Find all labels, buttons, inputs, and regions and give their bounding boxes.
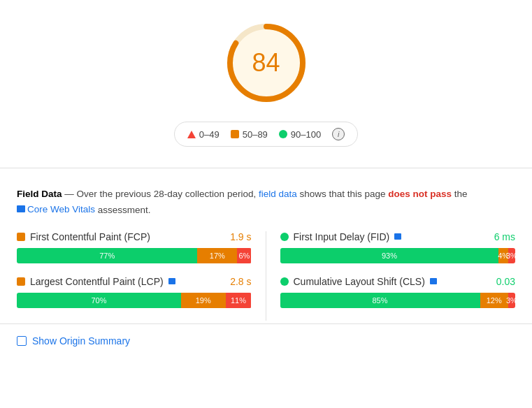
fid-seg-red: 3% (508, 248, 515, 263)
lcp-status-icon (17, 277, 25, 286)
legend: 0–49 50–89 90–100 i (174, 122, 358, 147)
lcp-flag-icon (168, 278, 175, 284)
metric-fcp: First Contentful Paint (FCP) 1.9 s 77% 1… (17, 231, 252, 263)
cls-progress-bar: 85% 12% 3% (280, 293, 516, 308)
pass-icon (279, 130, 287, 138)
lcp-progress-bar: 70% 19% 11% (17, 293, 252, 308)
metric-cls-title-group: Cumulative Layout Shift (CLS) (280, 276, 437, 287)
cls-seg-green: 85% (280, 293, 480, 308)
field-data-desc-end: the (452, 189, 468, 199)
average-icon (231, 130, 239, 138)
field-data-desc-mid: shows that this page (297, 189, 389, 199)
legend-item-pass: 90–100 (279, 129, 321, 140)
cls-status-icon (280, 277, 289, 286)
fcp-value: 1.9 s (230, 231, 251, 242)
score-section: 84 0–49 50–89 90–100 i (0, 0, 532, 161)
legend-item-average: 50–89 (231, 129, 268, 140)
fid-value: 6 ms (494, 231, 515, 242)
cls-flag-icon (430, 278, 437, 284)
fail-icon (187, 131, 196, 138)
metrics-right-column: First Input Delay (FID) 6 ms 93% 4% 3% C… (266, 231, 516, 321)
cls-title: Cumulative Layout Shift (CLS) (294, 276, 425, 287)
metrics-grid: First Contentful Paint (FCP) 1.9 s 77% 1… (17, 231, 515, 321)
metric-fid: First Input Delay (FID) 6 ms 93% 4% 3% (280, 231, 516, 263)
lcp-title: Largest Contentful Paint (LCP) (30, 276, 164, 287)
lcp-seg-green: 70% (17, 293, 181, 308)
field-data-section: Field Data — Over the previous 28-day co… (0, 175, 532, 321)
metric-cls-header: Cumulative Layout Shift (CLS) 0.03 (280, 276, 516, 287)
fid-title: First Input Delay (FID) (294, 231, 390, 242)
origin-summary-label: Show Origin Summary (32, 335, 130, 347)
cwv-text: Core Web Vitals (27, 202, 95, 217)
cwv-link[interactable]: Core Web Vitals (17, 202, 95, 217)
score-circle: 84 (224, 21, 308, 105)
origin-summary-section: Show Origin Summary (0, 323, 532, 358)
lcp-seg-orange: 19% (181, 293, 226, 308)
field-data-title: Field Data (17, 189, 62, 199)
legend-average-range: 50–89 (243, 129, 268, 140)
cls-value: 0.03 (496, 276, 515, 287)
fid-status-icon (280, 233, 289, 241)
metric-fcp-header: First Contentful Paint (FCP) 1.9 s (17, 231, 252, 242)
field-data-description: Field Data — Over the previous 28-day co… (17, 187, 515, 217)
legend-pass-range: 90–100 (291, 129, 321, 140)
fcp-seg-green: 77% (17, 248, 197, 263)
metric-lcp-header: Largest Contentful Paint (LCP) 2.8 s (17, 276, 252, 287)
fcp-seg-red: 6% (237, 248, 251, 263)
cls-seg-red: 3% (508, 293, 515, 308)
legend-fail-range: 0–49 (199, 129, 220, 140)
fid-flag-icon (394, 233, 401, 240)
field-data-fail: does not pass (388, 189, 452, 199)
metric-fcp-title-group: First Contentful Paint (FCP) (17, 231, 150, 242)
legend-info-button[interactable]: i (332, 128, 345, 140)
metric-fid-header: First Input Delay (FID) 6 ms (280, 231, 516, 242)
fcp-status-icon (17, 233, 25, 241)
metric-lcp: Largest Contentful Paint (LCP) 2.8 s 70%… (17, 276, 252, 308)
cwv-flag-icon (17, 205, 25, 212)
field-data-final: assessment. (95, 204, 151, 214)
origin-summary-checkbox (17, 336, 27, 346)
section-divider (0, 168, 532, 168)
show-origin-summary-button[interactable]: Show Origin Summary (17, 335, 130, 347)
fcp-title: First Contentful Paint (FCP) (30, 231, 150, 242)
fcp-progress-bar: 77% 17% 6% (17, 248, 252, 263)
field-data-desc-start: — Over the previous 28-day collection pe… (62, 189, 259, 199)
metric-cls: Cumulative Layout Shift (CLS) 0.03 85% 1… (280, 276, 516, 308)
metric-lcp-title-group: Largest Contentful Paint (LCP) (17, 276, 175, 287)
fid-progress-bar: 93% 4% 3% (280, 248, 516, 263)
lcp-seg-red: 11% (226, 293, 252, 308)
field-data-link[interactable]: field data (259, 189, 297, 199)
metric-fid-title-group: First Input Delay (FID) (280, 231, 402, 242)
fid-seg-green: 93% (280, 248, 499, 263)
cls-seg-orange: 12% (480, 293, 508, 308)
legend-item-fail: 0–49 (187, 129, 220, 140)
metrics-left-column: First Contentful Paint (FCP) 1.9 s 77% 1… (17, 231, 266, 321)
score-value: 84 (252, 48, 280, 78)
lcp-value: 2.8 s (230, 276, 251, 287)
fcp-seg-orange: 17% (197, 248, 237, 263)
